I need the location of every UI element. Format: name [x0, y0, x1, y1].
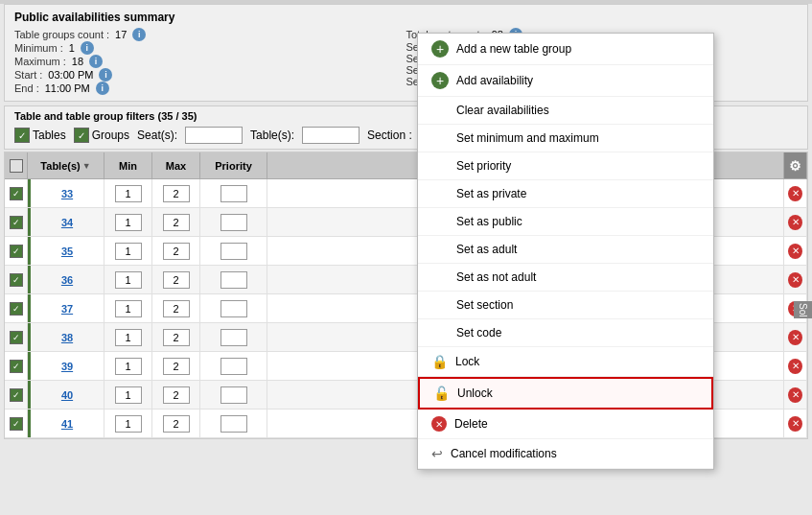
- table-num[interactable]: 39: [61, 361, 73, 372]
- row-priority-input[interactable]: [220, 329, 247, 346]
- menu-item-set-priority[interactable]: Set priority: [418, 152, 713, 180]
- sol-button[interactable]: Sol: [794, 301, 812, 318]
- row-checkbox[interactable]: ✓: [10, 216, 23, 229]
- row-checkbox[interactable]: ✓: [10, 360, 23, 373]
- table-num[interactable]: 34: [61, 217, 73, 228]
- seats-filter-input[interactable]: [185, 127, 243, 144]
- table-num[interactable]: 35: [61, 246, 73, 257]
- row-min-input[interactable]: [115, 386, 142, 404]
- row-priority-input[interactable]: [220, 386, 247, 404]
- menu-item-set-adult[interactable]: Set as adult: [418, 236, 713, 264]
- row-max-input[interactable]: [163, 415, 190, 433]
- row-table-num-cell: 34: [28, 208, 104, 236]
- row-priority-input[interactable]: [220, 185, 247, 202]
- menu-item-cancel[interactable]: ↩ Cancel modifications: [418, 439, 713, 469]
- header-checkbox[interactable]: [10, 159, 23, 173]
- groups-checkbox[interactable]: ✓: [74, 128, 89, 143]
- end-value: 11:00 PM: [45, 82, 90, 94]
- row-table-num-cell: 37: [28, 294, 104, 322]
- row-max-input[interactable]: [163, 214, 190, 231]
- row-priority-input[interactable]: [220, 243, 247, 260]
- menu-item-set-min-max[interactable]: Set minimum and maximum: [418, 125, 713, 152]
- row-priority-cell: [200, 208, 267, 236]
- delete-row-button[interactable]: ✕: [788, 359, 802, 374]
- menu-item-set-private[interactable]: Set as private: [418, 180, 713, 208]
- row-min-input[interactable]: [115, 214, 142, 231]
- menu-item-set-not-adult[interactable]: Set as not adult: [418, 264, 713, 292]
- row-min-input[interactable]: [115, 415, 142, 433]
- row-checkbox-cell: ✓: [5, 410, 28, 437]
- table-num[interactable]: 36: [61, 274, 73, 286]
- row-checkbox[interactable]: ✓: [10, 417, 23, 431]
- summary-row: Maximum : 18 i: [14, 55, 406, 68]
- delete-row-button[interactable]: ✕: [788, 186, 802, 201]
- info-icon-min[interactable]: i: [81, 41, 94, 55]
- row-min-cell: [104, 323, 152, 351]
- gear-icon-btn[interactable]: ⚙: [784, 152, 807, 178]
- tables-filter[interactable]: ✓ Tables: [14, 128, 66, 143]
- table-num[interactable]: 37: [61, 303, 73, 315]
- row-priority-input[interactable]: [220, 415, 247, 433]
- row-checkbox[interactable]: ✓: [10, 245, 23, 258]
- row-checkbox[interactable]: ✓: [10, 331, 23, 344]
- menu-item-set-public[interactable]: Set as public: [418, 208, 713, 236]
- menu-item-clear-availabilities[interactable]: Clear availabilities: [418, 97, 713, 125]
- row-priority-cell: [200, 266, 267, 293]
- row-checkbox[interactable]: ✓: [10, 388, 23, 402]
- row-priority-input[interactable]: [220, 358, 247, 375]
- row-max-input[interactable]: [163, 329, 190, 346]
- info-icon-max[interactable]: i: [89, 55, 103, 68]
- menu-item-set-section[interactable]: Set section: [418, 292, 713, 319]
- delete-row-button[interactable]: ✕: [788, 215, 802, 230]
- minimum-label: Minimum :: [14, 42, 63, 54]
- sort-arrow-icon[interactable]: ▼: [82, 161, 91, 171]
- row-max-input[interactable]: [163, 358, 190, 375]
- delete-row-button[interactable]: ✕: [788, 272, 802, 288]
- row-min-input[interactable]: [115, 271, 142, 289]
- delete-row-button[interactable]: ✕: [788, 244, 802, 259]
- table-num[interactable]: 33: [61, 188, 73, 199]
- row-max-cell: [152, 294, 200, 322]
- groups-filter[interactable]: ✓ Groups: [74, 128, 129, 143]
- row-min-cell: [104, 237, 152, 265]
- table-num[interactable]: 38: [61, 332, 73, 343]
- menu-item-add-availability[interactable]: + Add availability: [418, 65, 713, 97]
- menu-item-set-code[interactable]: Set code: [418, 319, 713, 347]
- delete-row-button[interactable]: ✕: [788, 416, 802, 432]
- table-num[interactable]: 40: [61, 389, 73, 401]
- delete-row-button[interactable]: ✕: [788, 387, 802, 403]
- menu-item-lock[interactable]: 🔒 Lock: [418, 347, 713, 377]
- table-groups-value: 17: [115, 29, 127, 40]
- row-max-input[interactable]: [163, 243, 190, 260]
- row-priority-input[interactable]: [220, 300, 247, 317]
- row-min-input[interactable]: [115, 358, 142, 375]
- table-num[interactable]: 41: [61, 418, 73, 430]
- info-icon-end[interactable]: i: [96, 82, 109, 95]
- tables-checkbox[interactable]: ✓: [14, 128, 30, 143]
- info-icon-tgc[interactable]: i: [132, 28, 146, 41]
- menu-item-label: Cancel modifications: [451, 447, 557, 460]
- info-icon-start[interactable]: i: [99, 68, 112, 82]
- row-checkbox[interactable]: ✓: [10, 273, 23, 287]
- row-priority-input[interactable]: [220, 271, 247, 289]
- lock-icon: 🔒: [431, 354, 448, 369]
- tables-filter-input[interactable]: [302, 127, 360, 144]
- row-priority-cell: [200, 381, 267, 409]
- menu-item-add-table-group[interactable]: + Add a new table group: [418, 34, 713, 65]
- row-min-input[interactable]: [115, 243, 142, 260]
- row-max-input[interactable]: [163, 386, 190, 404]
- row-max-input[interactable]: [163, 271, 190, 289]
- menu-item-delete[interactable]: ✕ Delete: [418, 410, 713, 439]
- row-priority-input[interactable]: [220, 214, 247, 231]
- delete-row-button[interactable]: ✕: [788, 330, 802, 345]
- menu-item-unlock[interactable]: 🔓 Unlock: [418, 377, 713, 410]
- row-max-input[interactable]: [163, 300, 190, 317]
- summary-row: Minimum : 1 i: [14, 41, 406, 55]
- row-max-cell: [152, 323, 200, 351]
- row-max-input[interactable]: [163, 185, 190, 202]
- row-checkbox[interactable]: ✓: [10, 302, 23, 316]
- row-checkbox[interactable]: ✓: [10, 187, 23, 200]
- row-min-input[interactable]: [115, 300, 142, 317]
- row-min-input[interactable]: [115, 329, 142, 346]
- row-min-input[interactable]: [115, 185, 142, 202]
